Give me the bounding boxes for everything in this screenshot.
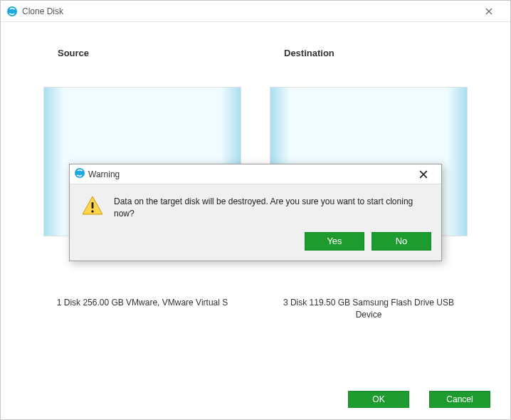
source-heading: Source [43,48,241,58]
yes-button[interactable]: Yes [305,232,364,251]
target-disk-description: 3 Disk 119.50 GB Samsung Flash Drive USB… [270,297,468,321]
window-close-button[interactable] [473,1,505,21]
titlebar: Clone Disk [1,1,510,22]
no-button[interactable]: No [372,232,431,251]
window-title: Clone Disk [22,6,63,16]
svg-rect-7 [92,202,94,209]
cancel-button[interactable]: Cancel [429,391,490,408]
svg-point-8 [91,210,93,212]
clone-disk-window: Clone Disk Source The Source Disk: 1 Dis… [0,0,511,420]
app-icon [6,6,18,17]
footer-buttons: OK Cancel [348,391,490,408]
dialog-message: Data on the target disk will be destroye… [114,194,430,221]
app-icon [74,167,85,181]
source-disk-description: 1 Disk 256.00 GB VMware, VMware Virtual … [43,297,241,309]
destination-heading: Destination [270,48,468,58]
warning-dialog: Warning Data on the target disk will be … [69,164,442,261]
dialog-close-button[interactable] [410,166,437,183]
dialog-titlebar: Warning [70,164,441,184]
ok-button[interactable]: OK [348,391,409,408]
warning-icon [81,194,104,221]
dialog-title: Warning [88,169,120,179]
